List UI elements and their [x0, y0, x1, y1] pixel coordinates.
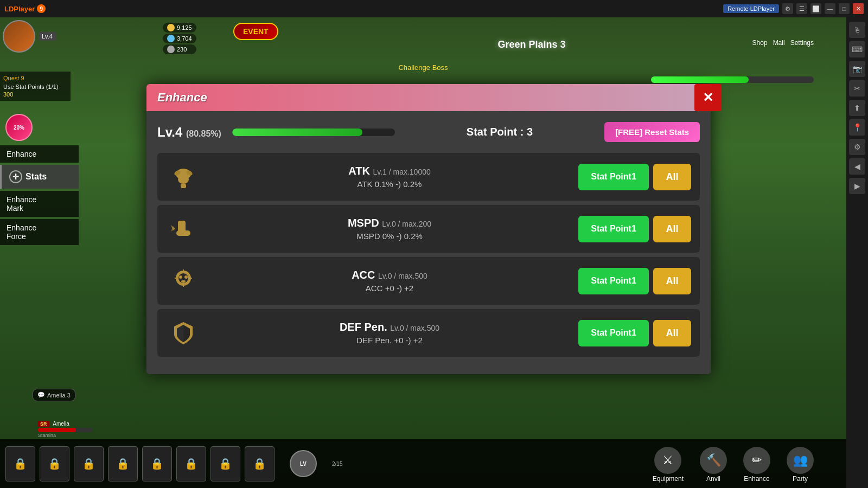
svg-point-1	[178, 175, 189, 184]
acc-all-button[interactable]: All	[653, 268, 691, 294]
mspd-icon	[170, 215, 197, 242]
svg-rect-6	[176, 230, 190, 236]
defpen-change: DEF Pen. +0 -) +2	[209, 336, 570, 345]
right-toolbar: 🖱 ⌨ 📷 ✂ ⬆ 📍 ⚙ ◀ ▶	[846, 17, 868, 488]
currency-gem: 3,704	[163, 34, 196, 43]
mspd-name: MSPD	[348, 217, 379, 229]
topbar-controls: Remote LDPlayer ⚙ ☰ ⬜ — □ ✕	[723, 3, 864, 14]
stat-info-row: Lv.4 (80.85%) Stat Point : 3 [FREE] Rese…	[157, 122, 700, 142]
enhance-nav[interactable]: ✏ Enhance	[743, 447, 770, 483]
mspd-btn-group: Stat Point1 All	[578, 216, 691, 242]
toolbar-icon-5[interactable]: ⬆	[849, 100, 865, 116]
char-slot-2[interactable]: 🔒	[40, 446, 69, 481]
topbar-icon-btn-2[interactable]: ☰	[796, 3, 807, 14]
stat-row-acc: ACC Lv.0 / max.500 ACC +0 -) +2 Stat Poi…	[157, 257, 700, 305]
mspd-lv-info: Lv.0 / max.200	[382, 220, 431, 228]
mspd-stat-point-button[interactable]: Stat Point1	[578, 216, 649, 242]
shop-button[interactable]: Shop	[752, 39, 768, 47]
toolbar-icon-3[interactable]: 📷	[849, 61, 865, 77]
atk-stat-point-button[interactable]: Stat Point1	[578, 164, 649, 190]
atk-change: ATK 0.1% -) 0.2%	[209, 179, 570, 189]
chat-bubble[interactable]: 💬 Amelia 3	[33, 389, 75, 401]
atk-btn-group: Stat Point1 All	[578, 164, 691, 190]
atk-name: ATK	[348, 165, 370, 177]
lock-icon-5: 🔒	[150, 457, 164, 470]
challenge-boss[interactable]: Challenge Boss	[398, 63, 448, 72]
bottom-actions: ⚔ Equipment 🔨 Anvil ✏ Enhance 👥 Party	[653, 447, 814, 483]
sidebar-enhance-mark[interactable]: EnhanceMark	[0, 191, 79, 217]
svg-marker-8	[171, 226, 175, 232]
mail-button[interactable]: Mail	[773, 39, 785, 47]
settings-button[interactable]: Settings	[790, 39, 814, 47]
lock-icon-1: 🔒	[14, 457, 27, 470]
chat-text: Amelia 3	[47, 392, 71, 399]
topbar-icon-btn-1[interactable]: ⚙	[782, 3, 793, 14]
reset-stats-button[interactable]: [FREE] Reset Stats	[604, 122, 700, 142]
char-slot-4[interactable]: 🔒	[108, 446, 138, 481]
mspd-all-button[interactable]: All	[653, 216, 691, 242]
char-slot-8[interactable]: 🔒	[245, 446, 275, 481]
close-button[interactable]: ✕	[853, 3, 864, 14]
svg-rect-2	[181, 184, 186, 188]
atk-all-button[interactable]: All	[653, 164, 691, 190]
toolbar-icon-2[interactable]: ⌨	[849, 41, 865, 57]
map-title: Green Plains 3	[497, 39, 565, 50]
modal-close-button[interactable]: ✕	[694, 84, 722, 111]
currency-gold: 9,125	[163, 23, 196, 33]
gold-icon	[167, 24, 175, 31]
toolbar-icon-9[interactable]: ▶	[849, 178, 865, 194]
anvil-nav[interactable]: 🔨 Anvil	[700, 447, 727, 483]
defpen-stat-point-button[interactable]: Stat Point1	[578, 320, 649, 346]
char-slot-3[interactable]: 🔒	[74, 446, 104, 481]
char-slot-1[interactable]: 🔒	[5, 446, 35, 481]
lock-icon-4: 🔒	[116, 457, 130, 470]
atk-lv-info: Lv.1 / max.10000	[373, 168, 430, 176]
level-display: Lv.4 (80.85%)	[157, 125, 221, 140]
remote-ldplayer-button[interactable]: Remote LDPlayer	[723, 4, 779, 13]
character-info: SR Amelia Stamina	[38, 421, 92, 438]
sidebar-stats[interactable]: ✛ Stats	[0, 165, 79, 189]
defpen-all-button[interactable]: All	[653, 320, 691, 346]
toolbar-icon-6[interactable]: 📍	[849, 119, 865, 136]
defpen-info: DEF Pen. Lv.0 / max.500 DEF Pen. +0 -) +…	[209, 321, 570, 345]
enhance-icon: ✏	[743, 447, 770, 474]
char-slot-5[interactable]: 🔒	[142, 446, 172, 481]
equipment-label: Equipment	[653, 475, 684, 483]
toolbar-icon-1[interactable]: 🖱	[849, 22, 865, 38]
minimize-button[interactable]: —	[825, 3, 835, 14]
stamina-bar	[38, 428, 92, 432]
stat-point-display: Stat Point : 3	[406, 126, 593, 138]
top-right-buttons: Shop Mail Settings	[752, 39, 814, 47]
gem-icon	[167, 35, 175, 42]
lock-icon-2: 🔒	[48, 457, 61, 470]
event-button[interactable]: EVENT	[233, 23, 278, 40]
party-nav[interactable]: 👥 Party	[787, 447, 814, 483]
affinity-circle[interactable]: 20%	[5, 114, 33, 141]
acc-change: ACC +0 -) +2	[209, 284, 570, 293]
svg-rect-13	[181, 280, 186, 282]
player-level-badge: Lv.4	[39, 32, 56, 41]
equipment-nav[interactable]: ⚔ Equipment	[653, 447, 684, 483]
mspd-change: MSPD 0% -) 0.2%	[209, 232, 570, 241]
anvil-icon: 🔨	[700, 447, 727, 474]
defpen-name: DEF Pen.	[340, 321, 387, 333]
acc-stat-point-button[interactable]: Stat Point1	[578, 268, 649, 294]
acc-lv-info: Lv.0 / max.500	[378, 272, 427, 280]
sidebar-enhance-force[interactable]: EnhanceForce	[0, 219, 79, 245]
toolbar-icon-7[interactable]: ⚙	[849, 139, 865, 155]
toolbar-icon-8[interactable]: ◀	[849, 158, 865, 175]
player-level: Lv.4	[39, 32, 56, 41]
lock-icon-8: 🔒	[253, 457, 266, 470]
left-sidebar: 20% Enhance ✛ Stats EnhanceMark EnhanceF…	[0, 114, 79, 247]
toolbar-icon-4[interactable]: ✂	[849, 80, 865, 97]
topbar-icon-btn-3[interactable]: ⬜	[810, 3, 821, 14]
atk-info: ATK Lv.1 / max.10000 ATK 0.1% -) 0.2%	[209, 165, 570, 189]
sidebar-enhance[interactable]: Enhance	[0, 145, 79, 163]
char-slot-6[interactable]: 🔒	[176, 446, 206, 481]
acc-btn-group: Stat Point1 All	[578, 268, 691, 294]
restore-button[interactable]: □	[839, 3, 850, 14]
char-slot-7[interactable]: 🔒	[210, 446, 240, 481]
gold-amount: 9,125	[177, 24, 192, 31]
defpen-icon	[170, 319, 197, 346]
gem-amount: 3,704	[177, 35, 192, 42]
